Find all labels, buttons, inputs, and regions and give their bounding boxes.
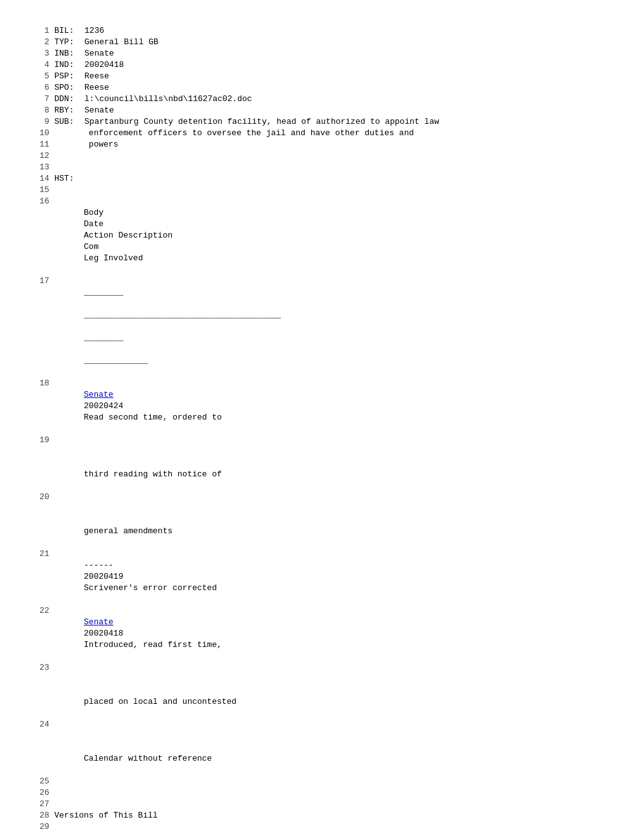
bil-label: BIL: <box>54 25 80 37</box>
body-dashes-21: ------ <box>84 560 123 571</box>
col-header-body: Body <box>84 207 123 219</box>
line-28: 28 Versions of This Bill <box>32 810 612 821</box>
action-23: placed on local and uncontested <box>84 696 333 708</box>
ind-value: 20020418 <box>85 60 124 70</box>
col-header-com: Com <box>84 241 128 253</box>
hst-label: HST: <box>54 173 80 184</box>
action-18: Read second time, ordered to <box>84 412 333 423</box>
spo-label: SPO: <box>54 82 80 94</box>
line-15: 15 <box>32 184 612 196</box>
line-9: 9 SUB: Spartanburg County detention faci… <box>32 116 612 128</box>
line-11: 11 powers <box>32 139 612 150</box>
table-divider-line: 17 ________ ____________________________… <box>32 275 612 378</box>
inb-label: INB: <box>54 48 80 59</box>
line-27: 27 <box>32 799 612 810</box>
table-header-line: 16 Body Date Action Description Com Leg … <box>32 196 612 275</box>
line-7: 7 DDN: l:\council\bills\nbd\11627ac02.do… <box>32 94 612 105</box>
line-12: 12 <box>32 150 612 162</box>
action-24: Calendar without reference <box>84 753 333 764</box>
line-4: 4 IND: 20020418 <box>32 59 612 71</box>
line-6: 6 SPO: Reese <box>32 82 612 94</box>
typ-label: TYP: <box>54 37 80 48</box>
table-row-24: 24 Calendar without reference <box>32 719 612 776</box>
document-container: 1 BIL: 1236 2 TYP: General Bill GB 3 INB… <box>32 25 612 834</box>
line-25: 25 <box>32 776 612 787</box>
table-row-23: 23 placed on local and uncontested <box>32 662 612 719</box>
col-header-leg: Leg Involved <box>84 253 143 264</box>
line-29: 29 <box>32 821 612 833</box>
line-26: 26 <box>32 787 612 799</box>
inb-value: Senate <box>85 49 114 58</box>
date-18: 20020424 <box>84 401 134 412</box>
psp-value: Reese <box>85 71 109 81</box>
rby-label: RBY: <box>54 105 80 116</box>
bil-value: 1236 <box>85 26 104 35</box>
col-header-action: Action Description <box>84 230 333 241</box>
line-3: 3 INB: Senate <box>32 48 612 59</box>
action-20: general amendments <box>84 526 333 537</box>
line-2: 2 TYP: General Bill GB <box>32 37 612 48</box>
date-22: 20020418 <box>84 628 134 639</box>
body-senate-link-22[interactable]: Senate <box>84 617 114 627</box>
table-row-21: 21 ------ 20020419 Scrivener's error cor… <box>32 548 612 605</box>
date-21: 20020419 <box>84 571 134 583</box>
typ-value: General Bill GB <box>85 37 158 47</box>
line-14: 14 HST: <box>32 173 612 184</box>
versions-label: Versions of This Bill <box>54 811 158 820</box>
line-1: 1 BIL: 1236 <box>32 25 612 37</box>
psp-label: PSP: <box>54 71 80 82</box>
sub-label: SUB: <box>54 116 80 128</box>
divider-body: ________ <box>84 287 123 298</box>
spo-value: Reese <box>85 83 109 92</box>
ind-label: IND: <box>54 59 80 71</box>
table-row-19: 19 third reading with notice of <box>32 435 612 492</box>
col-header-date: Date <box>84 219 134 230</box>
divider-action: ________________________________________ <box>84 310 333 321</box>
divider-leg: _____________ <box>84 355 148 366</box>
action-19: third reading with notice of <box>84 469 333 480</box>
line-8: 8 RBY: Senate <box>32 105 612 116</box>
line-10: 10 enforcement officers to oversee the j… <box>32 128 612 139</box>
sub-value-3: powers <box>89 140 119 149</box>
action-21: Scrivener's error corrected <box>84 583 333 594</box>
table-row-20: 20 general amendments <box>32 492 612 548</box>
sub-value-1: Spartanburg County detention facility, h… <box>85 117 439 126</box>
rby-value: Senate <box>85 106 114 115</box>
table-row-18: 18 Senate 20020424 Read second time, ord… <box>32 378 612 435</box>
action-22: Introduced, read first time, <box>84 639 333 651</box>
line-5: 5 PSP: Reese <box>32 71 612 82</box>
divider-com: ________ <box>84 332 128 344</box>
line-13: 13 <box>32 162 612 173</box>
body-senate-link-18[interactable]: Senate <box>84 390 114 399</box>
ddn-label: DDN: <box>54 94 80 105</box>
table-row-22: 22 Senate 20020418 Introduced, read firs… <box>32 605 612 662</box>
ddn-value: l:\council\bills\nbd\11627ac02.doc <box>85 94 252 104</box>
sub-value-2: enforcement officers to oversee the jail… <box>89 128 414 138</box>
